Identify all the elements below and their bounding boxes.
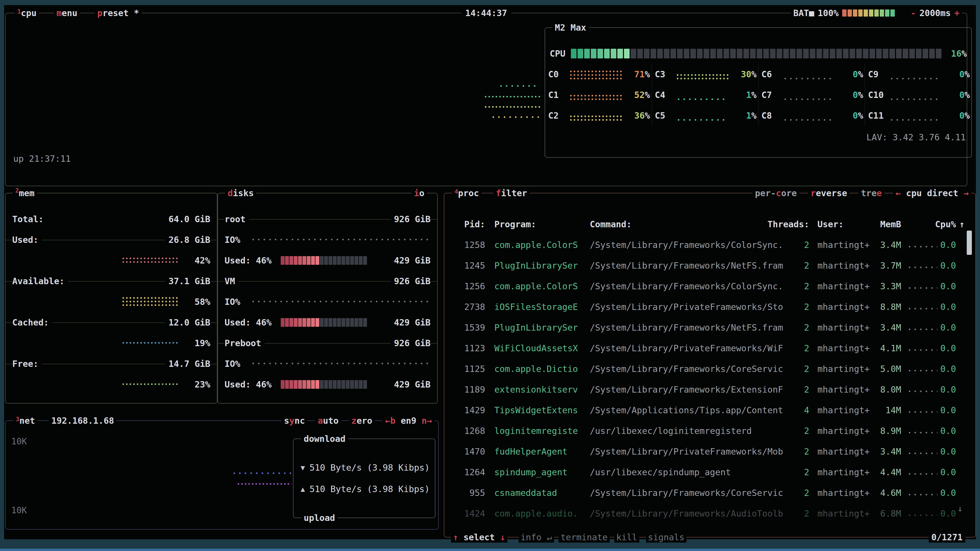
mem-entry-meter-row: 19% [6,333,217,353]
process-row[interactable]: 1539PlugInLibrarySer/System/Library/Fram… [444,318,975,338]
window-frame: 1cpu menu preset * 14:44:37 BAT■ 100% - … [0,0,980,551]
core-column-2: C330%C41%C51% [652,64,758,126]
process-row[interactable]: 1470fudHelperAgent/System/Library/Privat… [444,441,975,462]
battery-meter [842,10,895,17]
info-button[interactable]: info ↵ [519,532,554,543]
cpu-box: 1cpu menu preset * 14:44:37 BAT■ 100% - … [5,13,967,186]
per-core-button[interactable]: per-core [752,188,799,198]
process-row[interactable]: 1424com.apple.audio./System/Library/Fram… [444,503,975,524]
proc-box-titles: 4proc filter [452,188,530,200]
cpu-total-percent: 16% [942,48,967,59]
select-button[interactable]: ↑ select ↓ [451,532,508,543]
core-c1: C152% [545,84,652,105]
core-c7: C70% [759,84,865,105]
core-c0: C071% [545,64,652,84]
core-c2: C236% [545,105,652,126]
process-row[interactable]: 2738iOSFilesStorageE/System/Library/Priv… [444,297,975,318]
mem-box-title[interactable]: 2mem [13,188,37,198]
mem-entry-label-row: Free:14.7 GiB [6,353,217,374]
sort-column-switcher[interactable]: ← cpu direct → [893,188,971,198]
header-user[interactable]: User: [818,219,843,229]
btop-terminal: 1cpu menu preset * 14:44:37 BAT■ 100% - … [4,5,976,539]
io-tab[interactable]: io [411,188,427,198]
tree-button[interactable]: tree [858,188,884,198]
net-box: 3net 192.168.1.68 sync auto zero ←b en9 … [5,421,439,530]
clock: 14:44:37 [461,8,511,18]
header-threads[interactable]: Threads: [763,219,809,229]
download-rate: ▼ 510 Byte/s (3.98 Kibps) [301,462,430,473]
process-row[interactable]: 1123WiFiCloudAssetsX/System/Library/Priv… [444,338,975,359]
process-row[interactable]: 1429TipsWidgetExtens/System/Applications… [444,400,975,421]
battery-label: BAT■ [793,8,814,18]
proc-scrollbar[interactable] [967,230,972,255]
load-average: LAV: 3.42 3.76 4.11 [866,132,966,142]
proc-box: 4proc filter per-core reverse tree ← cpu… [444,193,976,537]
interval-increase-button[interactable]: + [955,8,959,18]
net-title: 3net [13,415,38,427]
signals-button[interactable]: signals [646,532,687,543]
filter-button[interactable]: filter [493,188,530,200]
net-box-titles: 3net 192.168.1.68 [13,415,117,427]
disk-used-row: Used: 46%429 GiB [218,312,437,333]
sort-prev-icon[interactable]: ← [896,188,900,198]
header-program[interactable]: Program: [494,219,536,229]
mem-entry-label-row: Available:37.1 GiB [6,271,217,291]
process-row[interactable]: 1256com.apple.ColorS/System/Library/Fram… [444,276,975,297]
tab-cpu[interactable]: 1cpu [15,8,39,19]
header-memb[interactable]: MemB [858,219,901,229]
header-cpu[interactable]: Cpu% [915,219,956,229]
proc-box-buttons: per-core reverse tree ← cpu direct → [752,188,971,198]
disk-io-row: IO% [218,291,437,312]
header-command[interactable]: Command: [590,219,632,229]
process-count: 0/1271 [929,532,965,543]
process-row[interactable]: 1258com.apple.ColorS/System/Library/Fram… [444,235,975,256]
kill-button[interactable]: kill [614,532,639,543]
mem-entry-meter-row: 42% [6,250,217,271]
upload-label: upload [301,513,338,523]
sort-next-icon[interactable]: → [964,188,969,198]
sync-button[interactable]: sync [282,415,307,426]
uptime: up 21:37:11 [13,154,71,164]
iface-switcher[interactable]: ←b en9 n→ [383,415,434,426]
net-box-buttons: sync auto zero ←b en9 n→ [282,415,434,426]
mem-entry-meter-row: 23% [6,374,217,395]
interval-decrease-button[interactable]: - [911,8,916,18]
core-c9: C90% [865,64,971,84]
proc-footer: ↑ select ↓ info ↵ terminate kill signals [451,532,687,543]
menu-button[interactable]: menu [54,8,80,19]
net-axis-top: 10K [11,436,27,446]
process-row[interactable]: 955csnameddatad/System/Library/Framework… [444,483,975,503]
process-row[interactable]: 1125com.apple.Dictio/System/Library/Fram… [444,359,975,380]
iface-name: en9 [401,416,416,426]
update-interval: 2000ms [920,8,951,18]
cpu-total-label: CPU [550,48,571,59]
disk-used-row: Used: 46%429 GiB [218,250,437,271]
process-row[interactable]: 1264spindump_agent/usr/libexec/spindump_… [444,462,975,483]
disks-tab[interactable]: disks [225,188,256,198]
core-c4: C41% [652,84,758,105]
scroll-more-icon: ↓ [958,503,963,513]
cpu-total-meter [571,49,942,59]
auto-button[interactable]: auto [315,415,341,426]
core-column-1: C071%C152%C236% [545,64,652,126]
cpu-hotkey: 1 [18,6,21,17]
sort-direction-icon: ↑ [959,219,964,229]
zero-button[interactable]: zero [349,415,375,426]
process-row[interactable]: 1245PlugInLibrarySer/System/Library/Fram… [444,256,975,276]
mem-box: 2mem Total: 64.0 GiB Used:26.8 GiB42%Ava… [5,193,218,403]
mem-entries: Used:26.8 GiB42%Available:37.1 GiB58%Cac… [6,229,217,395]
process-row[interactable]: 1189extensionkitserv/System/Library/Fram… [444,380,975,400]
terminate-button[interactable]: terminate [558,532,610,543]
mem-total-row: Total: 64.0 GiB [6,209,217,229]
cpu-title: cpu [21,8,37,18]
reverse-button[interactable]: reverse [808,188,850,198]
download-arrow-icon: ▼ [301,464,305,472]
core-column-3: C60%C70%C80% [758,64,865,126]
sort-column-name: cpu direct [906,188,958,198]
mem-entry-label-row: Used:26.8 GiB [6,229,217,250]
preset-button[interactable]: preset * [95,8,142,19]
process-row[interactable]: 1268loginitemregiste/usr/libexec/loginit… [444,421,975,441]
header-pid[interactable]: Pid: [462,219,485,229]
core-c3: C330% [652,64,758,84]
core-c6: C60% [759,64,865,84]
